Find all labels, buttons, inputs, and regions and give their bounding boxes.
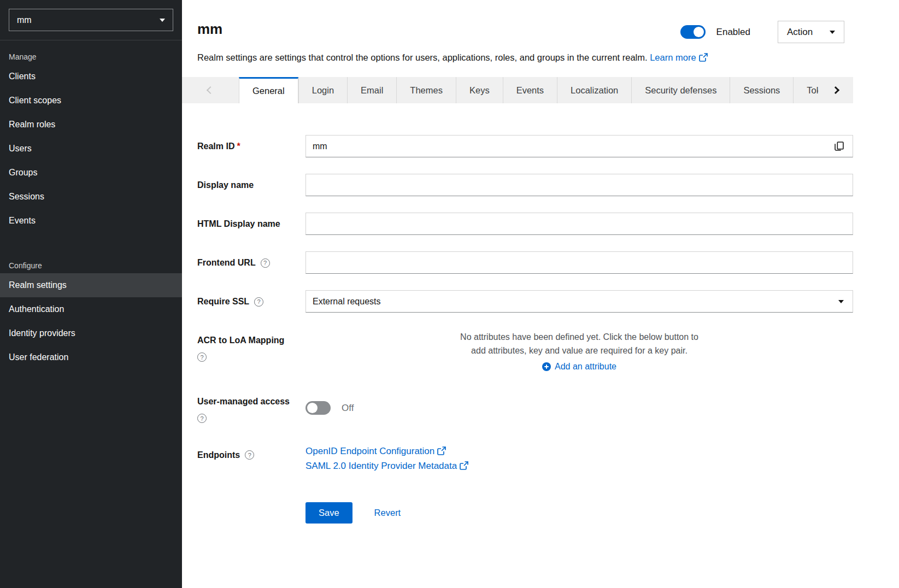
page-description: Realm settings are settings that control… xyxy=(197,52,648,62)
user-managed-access-label-text: User-managed access xyxy=(197,396,305,407)
realm-id-row: Realm ID* xyxy=(197,135,853,157)
frontend-url-label-text: Frontend URL xyxy=(197,258,256,267)
frontend-url-label: Frontend URL? xyxy=(197,251,305,274)
sidebar-item-identity-providers[interactable]: Identity providers xyxy=(0,321,182,345)
acr-empty-state-text: No attributes have been defined yet. Cli… xyxy=(458,330,701,357)
tab-themes[interactable]: Themes xyxy=(396,77,456,103)
nav-section-manage: Manage Clients Client scopes Realm roles… xyxy=(0,40,182,233)
general-settings-form: Realm ID* Display name HTML Display xyxy=(182,103,899,588)
realm-enabled-label: Enabled xyxy=(716,27,750,38)
tabs: General Login Email Themes Keys Events L… xyxy=(239,77,818,103)
sidebar-item-events[interactable]: Events xyxy=(0,209,182,233)
require-ssl-label: Require SSL? xyxy=(197,290,305,313)
realm-id-label: Realm ID* xyxy=(197,135,305,157)
saml-metadata-label: SAML 2.0 Identity Provider Metadata xyxy=(305,461,457,471)
nav-section-configure-title: Configure xyxy=(0,257,182,273)
sidebar-item-authentication[interactable]: Authentication xyxy=(0,297,182,321)
form-actions: Save Revert xyxy=(305,502,853,524)
page-header: mm Enabled Action xyxy=(182,0,899,43)
tab-tokens[interactable]: Tok xyxy=(793,77,818,103)
require-ssl-select[interactable]: External requests xyxy=(305,290,853,313)
user-managed-access-state: Off xyxy=(342,403,354,414)
form-actions-row: Save Revert xyxy=(197,502,853,524)
tab-scroll-left-button[interactable] xyxy=(182,77,239,103)
display-name-input[interactable] xyxy=(305,174,853,196)
saml-metadata-link[interactable]: SAML 2.0 Identity Provider Metadata xyxy=(305,461,853,473)
realm-id-field xyxy=(305,135,853,157)
display-name-label: Display name xyxy=(197,174,305,196)
frontend-url-input[interactable] xyxy=(305,251,853,274)
copy-button[interactable] xyxy=(825,136,853,157)
endpoints-field: OpenID Endpoint Configuration SAML 2.0 I… xyxy=(305,444,853,473)
external-link-icon xyxy=(699,52,708,65)
realm-enabled-toggle[interactable] xyxy=(680,25,706,39)
html-display-name-input[interactable] xyxy=(305,213,853,235)
external-link-icon xyxy=(437,446,446,458)
sidebar-item-sessions[interactable]: Sessions xyxy=(0,185,182,209)
realm-selector[interactable]: mm xyxy=(9,9,173,31)
plus-circle-icon xyxy=(542,362,551,371)
endpoints-label-text: Endpoints xyxy=(197,450,240,460)
page-title: mm xyxy=(197,21,222,37)
help-icon[interactable]: ? xyxy=(245,450,254,460)
acr-loa-mapping-field: No attributes have been defined yet. Cli… xyxy=(305,329,853,372)
required-asterisk: * xyxy=(237,142,240,151)
help-icon[interactable]: ? xyxy=(197,352,207,362)
chevron-down-icon xyxy=(838,300,844,303)
tab-scroll-right-button[interactable] xyxy=(818,77,853,103)
sidebar-item-client-scopes[interactable]: Client scopes xyxy=(0,89,182,113)
acr-loa-mapping-label: ACR to LoA Mapping ? xyxy=(197,329,305,372)
display-name-field xyxy=(305,174,853,196)
tab-login[interactable]: Login xyxy=(298,77,347,103)
sidebar: mm Manage Clients Client scopes Realm ro… xyxy=(0,0,182,588)
tab-localization[interactable]: Localization xyxy=(557,77,631,103)
html-display-name-label: HTML Display name xyxy=(197,213,305,235)
chevron-down-icon xyxy=(830,31,835,34)
openid-endpoint-label: OpenID Endpoint Configuration xyxy=(305,446,434,456)
html-display-name-field xyxy=(305,213,853,235)
add-attribute-row: Add an attribute xyxy=(305,362,853,372)
tab-keys[interactable]: Keys xyxy=(456,77,503,103)
tab-security-defenses[interactable]: Security defenses xyxy=(631,77,730,103)
sidebar-item-user-federation[interactable]: User federation xyxy=(0,345,182,369)
user-managed-access-toggle[interactable] xyxy=(305,401,331,415)
sidebar-item-groups[interactable]: Groups xyxy=(0,161,182,185)
help-icon[interactable]: ? xyxy=(261,258,270,268)
openid-endpoint-link[interactable]: OpenID Endpoint Configuration xyxy=(305,446,853,458)
save-button[interactable]: Save xyxy=(305,502,352,524)
tab-general[interactable]: General xyxy=(239,77,298,103)
realm-id-input[interactable] xyxy=(306,136,825,157)
sidebar-item-users[interactable]: Users xyxy=(0,137,182,161)
sidebar-nav: Manage Clients Client scopes Realm roles… xyxy=(0,40,182,369)
learn-more-link[interactable]: Learn more xyxy=(650,52,707,62)
tab-events[interactable]: Events xyxy=(503,77,557,103)
app-window: mm Manage Clients Client scopes Realm ro… xyxy=(0,0,899,588)
sidebar-item-realm-roles[interactable]: Realm roles xyxy=(0,113,182,137)
header-controls: Enabled Action xyxy=(680,21,844,43)
revert-button[interactable]: Revert xyxy=(374,508,401,518)
sidebar-item-realm-settings[interactable]: Realm settings xyxy=(0,273,182,297)
add-attribute-link[interactable]: Add an attribute xyxy=(542,362,616,372)
action-dropdown-label: Action xyxy=(787,27,813,38)
require-ssl-value: External requests xyxy=(313,297,381,307)
chevron-down-icon xyxy=(160,19,165,22)
help-icon[interactable]: ? xyxy=(197,414,207,423)
require-ssl-field: External requests xyxy=(305,290,853,313)
action-dropdown-button[interactable]: Action xyxy=(778,21,844,43)
tab-sessions[interactable]: Sessions xyxy=(730,77,793,103)
main-content: mm Enabled Action Realm settings are set… xyxy=(182,0,899,588)
sidebar-item-clients[interactable]: Clients xyxy=(0,64,182,89)
realm-selector-wrap: mm xyxy=(0,0,182,40)
frontend-url-row: Frontend URL? xyxy=(197,251,853,274)
frontend-url-field xyxy=(305,251,853,274)
html-display-name-row: HTML Display name xyxy=(197,213,853,235)
tab-email[interactable]: Email xyxy=(347,77,396,103)
user-managed-access-row: User-managed access ? Off xyxy=(197,390,853,424)
form-actions-spacer xyxy=(197,510,305,516)
display-name-row: Display name xyxy=(197,174,853,196)
nav-section-manage-title: Manage xyxy=(0,48,182,64)
chevron-left-icon xyxy=(207,86,214,94)
help-icon[interactable]: ? xyxy=(254,297,263,307)
chevron-right-icon xyxy=(832,86,839,94)
user-managed-access-field: Off xyxy=(305,390,853,424)
